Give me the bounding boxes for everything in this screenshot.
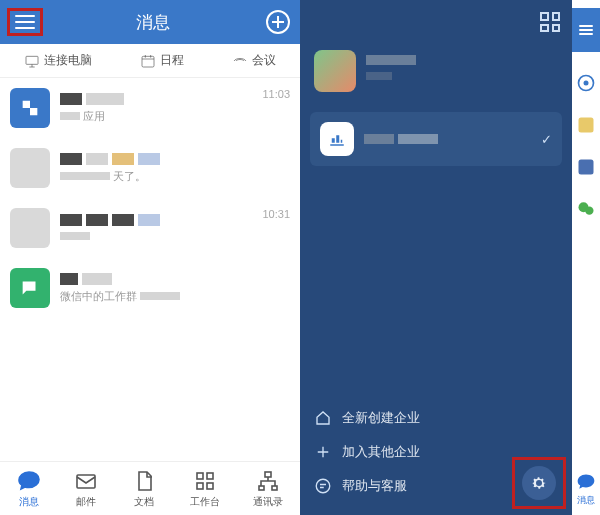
meeting-icon bbox=[232, 53, 248, 69]
shortcut-schedule[interactable]: 日程 bbox=[140, 52, 184, 69]
chat-list: 应用 11:03 天了。 10:31 微信中的工作群 bbox=[0, 78, 300, 461]
settings-button-highlight bbox=[512, 457, 566, 509]
svg-point-16 bbox=[585, 207, 593, 215]
menu-item-create-enterprise[interactable]: 全新创建企业 bbox=[314, 401, 558, 435]
avatar bbox=[10, 268, 50, 308]
wechat-icon bbox=[575, 198, 597, 220]
svg-point-10 bbox=[316, 479, 330, 493]
tab-contacts[interactable]: 通讯录 bbox=[253, 469, 283, 509]
tab-label: 消息 bbox=[19, 495, 39, 509]
svg-rect-13 bbox=[579, 118, 594, 133]
avatar bbox=[10, 88, 50, 128]
svg-rect-4 bbox=[207, 473, 213, 479]
menu-label: 帮助与客服 bbox=[342, 477, 407, 495]
mail-icon bbox=[74, 469, 98, 493]
profile-avatar bbox=[314, 50, 356, 92]
chat-preview: 微信中的工作群 bbox=[60, 273, 290, 304]
chat-time: 10:31 bbox=[262, 208, 290, 220]
shortcut-row: 连接电脑 日程 会议 bbox=[0, 44, 300, 78]
side-drawer: ✓ 全新创建企业 加入其他企业 帮助与客服 bbox=[300, 0, 572, 515]
drawer-menu: 全新创建企业 加入其他企业 帮助与客服 bbox=[300, 401, 572, 515]
tab-label: 通讯录 bbox=[253, 495, 283, 509]
svg-point-12 bbox=[584, 81, 589, 86]
svg-rect-5 bbox=[197, 483, 203, 489]
chat-preview: 应用 bbox=[60, 93, 290, 124]
hamburger-icon bbox=[15, 15, 35, 29]
svg-rect-6 bbox=[207, 483, 213, 489]
profile-text bbox=[366, 55, 416, 87]
chat-row[interactable]: 微信中的工作群 bbox=[0, 258, 300, 318]
svg-rect-9 bbox=[272, 486, 277, 490]
home-icon bbox=[314, 409, 332, 427]
qr-code-button[interactable] bbox=[540, 12, 560, 32]
calendar-icon bbox=[140, 53, 156, 69]
org-icon bbox=[320, 122, 354, 156]
tab-workbench[interactable]: 工作台 bbox=[190, 469, 220, 509]
menu-button-highlight[interactable] bbox=[7, 8, 43, 36]
chat-bubble-icon bbox=[576, 472, 596, 492]
shortcut-label: 日程 bbox=[160, 52, 184, 69]
shortcut-label: 会议 bbox=[252, 52, 276, 69]
shortcut-label: 连接电脑 bbox=[44, 52, 92, 69]
profile-row[interactable] bbox=[300, 44, 572, 98]
gear-icon bbox=[530, 474, 548, 492]
menu-label: 全新创建企业 bbox=[342, 409, 420, 427]
peek-header bbox=[572, 8, 600, 52]
tab-label: 工作台 bbox=[190, 495, 220, 509]
svg-rect-3 bbox=[197, 473, 203, 479]
grid-icon bbox=[193, 469, 217, 493]
chat-row[interactable]: 应用 11:03 bbox=[0, 78, 300, 138]
tab-docs[interactable]: 文档 bbox=[132, 469, 156, 509]
settings-button[interactable] bbox=[522, 466, 556, 500]
hamburger-icon bbox=[579, 25, 593, 35]
tab-mail[interactable]: 邮件 bbox=[74, 469, 98, 509]
underlying-app-strip: 消息 bbox=[572, 0, 600, 515]
chat-row[interactable]: 10:31 bbox=[0, 198, 300, 258]
svg-rect-1 bbox=[142, 56, 154, 67]
org-icon bbox=[256, 469, 280, 493]
doc-icon bbox=[132, 469, 156, 493]
monitor-icon bbox=[24, 53, 40, 69]
peek-avatar bbox=[575, 156, 597, 178]
peek-avatar bbox=[575, 114, 597, 136]
menu-label: 加入其他企业 bbox=[342, 443, 420, 461]
drawer-pane: ✓ 全新创建企业 加入其他企业 帮助与客服 bbox=[300, 0, 572, 515]
help-icon bbox=[314, 477, 332, 495]
svg-rect-8 bbox=[259, 486, 264, 490]
org-name bbox=[364, 132, 438, 147]
tab-label: 邮件 bbox=[76, 495, 96, 509]
shortcut-connect-pc[interactable]: 连接电脑 bbox=[24, 52, 92, 69]
drawer-top bbox=[300, 0, 572, 44]
plus-icon bbox=[314, 443, 332, 461]
chat-time: 11:03 bbox=[262, 88, 290, 100]
chat-bubble-icon bbox=[17, 469, 41, 493]
app-pane-messages: 消息 连接电脑 日程 会议 应用 11:03 bbox=[0, 0, 300, 515]
bottom-tab-bar: 消息 邮件 文档 工作台 通讯录 bbox=[0, 461, 300, 515]
svg-rect-14 bbox=[579, 160, 594, 175]
current-org-row[interactable]: ✓ bbox=[310, 112, 562, 166]
avatar bbox=[10, 208, 50, 248]
chat-row[interactable]: 天了。 bbox=[0, 138, 300, 198]
svg-rect-2 bbox=[77, 475, 95, 488]
chat-preview bbox=[60, 214, 290, 242]
tab-label: 消息 bbox=[577, 494, 595, 507]
new-message-button[interactable] bbox=[266, 10, 290, 34]
avatar bbox=[10, 148, 50, 188]
peek-tab-messages[interactable]: 消息 bbox=[576, 472, 596, 507]
header-bar: 消息 bbox=[0, 0, 300, 44]
svg-rect-7 bbox=[265, 472, 271, 477]
tab-label: 文档 bbox=[134, 495, 154, 509]
peek-app-icon bbox=[575, 72, 597, 94]
chat-preview: 天了。 bbox=[60, 153, 290, 184]
tab-messages[interactable]: 消息 bbox=[17, 469, 41, 509]
shortcut-meeting[interactable]: 会议 bbox=[232, 52, 276, 69]
check-icon: ✓ bbox=[541, 132, 552, 147]
page-title: 消息 bbox=[40, 11, 266, 34]
svg-rect-0 bbox=[26, 56, 38, 64]
